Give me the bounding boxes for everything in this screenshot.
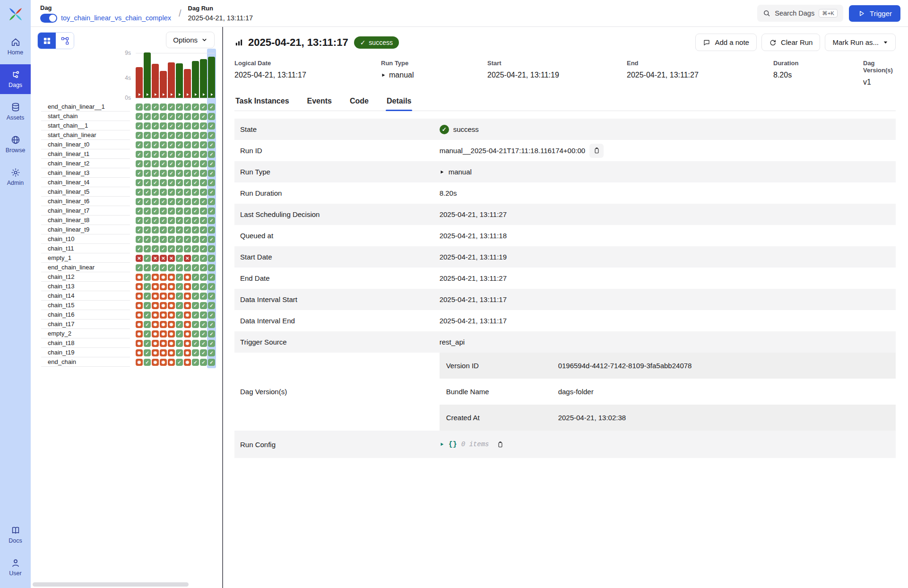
task-instance-upstream[interactable]: ◉ <box>160 311 167 319</box>
task-instance-success[interactable]: ✓ <box>144 283 151 290</box>
task-instance-success[interactable]: ✓ <box>208 132 215 139</box>
task-instance-upstream[interactable]: ◉ <box>184 293 191 300</box>
task-instance-success[interactable]: ✓ <box>192 236 199 243</box>
task-instance-success[interactable]: ✓ <box>144 170 151 177</box>
task-instance-success[interactable]: ✓ <box>176 132 183 139</box>
task-instance-success[interactable]: ✓ <box>200 340 207 347</box>
task-instance-success[interactable]: ✓ <box>160 245 167 252</box>
task-instance-success[interactable]: ✓ <box>144 302 151 309</box>
task-instance-upstream[interactable]: ◉ <box>136 311 143 319</box>
task-instance-success[interactable]: ✓ <box>152 113 159 120</box>
task-name[interactable]: chain_t13 <box>41 282 130 291</box>
task-instance-success[interactable]: ✓ <box>144 198 151 205</box>
run-duration-bar[interactable] <box>200 59 207 98</box>
task-instance-success[interactable]: ✓ <box>176 274 183 281</box>
task-instance-success[interactable]: ✓ <box>152 160 159 167</box>
task-instance-success[interactable]: ✓ <box>192 208 199 215</box>
task-instance-success[interactable]: ✓ <box>176 236 183 243</box>
task-instance-success[interactable]: ✓ <box>192 198 199 205</box>
task-instance-success[interactable]: ✓ <box>176 151 183 158</box>
task-instance-success[interactable]: ✓ <box>176 359 183 366</box>
task-instance-upstream[interactable]: ◉ <box>184 340 191 347</box>
task-instance-success[interactable]: ✓ <box>192 141 199 148</box>
task-instance-success[interactable]: ✓ <box>208 311 215 319</box>
task-instance-success[interactable]: ✓ <box>208 217 215 224</box>
task-instance-success[interactable]: ✓ <box>208 349 215 356</box>
task-instance-success[interactable]: ✓ <box>160 236 167 243</box>
task-instance-success[interactable]: ✓ <box>160 141 167 148</box>
sidebar-item-admin[interactable]: Admin <box>0 162 31 192</box>
task-instance-upstream[interactable]: ◉ <box>152 330 159 337</box>
task-instance-success[interactable]: ✓ <box>168 113 175 120</box>
task-instance-success[interactable]: ✓ <box>184 217 191 224</box>
task-instance-success[interactable]: ✓ <box>168 226 175 233</box>
task-instance-success[interactable]: ✓ <box>152 132 159 139</box>
task-instance-success[interactable]: ✓ <box>176 170 183 177</box>
task-instance-success[interactable]: ✓ <box>200 198 207 205</box>
task-instance-success[interactable]: ✓ <box>200 255 207 262</box>
task-instance-success[interactable]: ✓ <box>176 113 183 120</box>
task-name[interactable]: start_chain_linear <box>41 131 130 140</box>
task-instance-upstream[interactable]: ◉ <box>160 283 167 290</box>
task-instance-upstream[interactable]: ◉ <box>152 302 159 309</box>
grid-view-button[interactable] <box>38 33 56 49</box>
task-instance-success[interactable]: ✓ <box>208 189 215 196</box>
task-instance-success[interactable]: ✓ <box>176 330 183 337</box>
task-instance-success[interactable]: ✓ <box>176 226 183 233</box>
task-instance-success[interactable]: ✓ <box>192 321 199 328</box>
task-instance-success[interactable]: ✓ <box>136 217 143 224</box>
task-instance-success[interactable]: ✓ <box>160 151 167 158</box>
task-instance-success[interactable]: ✓ <box>152 264 159 271</box>
task-instance-success[interactable]: ✓ <box>184 264 191 271</box>
task-instance-success[interactable]: ✓ <box>192 283 199 290</box>
sidebar-item-assets[interactable]: Assets <box>0 97 31 127</box>
task-instance-success[interactable]: ✓ <box>208 274 215 281</box>
task-instance-success[interactable]: ✓ <box>184 160 191 167</box>
task-name[interactable]: chain_linear_t7 <box>41 207 130 216</box>
task-name[interactable]: chain_linear_t8 <box>41 216 130 225</box>
task-instance-upstream[interactable]: ◉ <box>160 330 167 337</box>
task-instance-success[interactable]: ✓ <box>184 113 191 120</box>
task-instance-success[interactable]: ✓ <box>168 170 175 177</box>
graph-view-button[interactable] <box>56 33 74 49</box>
task-instance-upstream[interactable]: ◉ <box>136 359 143 366</box>
task-instance-success[interactable]: ✓ <box>136 189 143 196</box>
task-instance-success[interactable]: ✓ <box>144 160 151 167</box>
task-instance-success[interactable]: ✓ <box>200 245 207 252</box>
task-name[interactable]: chain_linear_t2 <box>41 159 130 168</box>
task-instance-success[interactable]: ✓ <box>168 217 175 224</box>
task-instance-failed[interactable]: ✕ <box>152 255 159 262</box>
task-instance-upstream[interactable]: ◉ <box>152 321 159 328</box>
task-instance-success[interactable]: ✓ <box>152 217 159 224</box>
task-instance-success[interactable]: ✓ <box>160 226 167 233</box>
task-instance-success[interactable]: ✓ <box>144 274 151 281</box>
task-instance-upstream[interactable]: ◉ <box>168 283 175 290</box>
task-instance-success[interactable]: ✓ <box>152 226 159 233</box>
task-instance-success[interactable]: ✓ <box>168 141 175 148</box>
task-instance-upstream[interactable]: ◉ <box>136 274 143 281</box>
task-instance-success[interactable]: ✓ <box>152 208 159 215</box>
task-instance-success[interactable]: ✓ <box>200 330 207 337</box>
task-instance-upstream[interactable]: ◉ <box>184 283 191 290</box>
task-name[interactable]: chain_linear_t6 <box>41 197 130 206</box>
task-instance-success[interactable]: ✓ <box>184 208 191 215</box>
task-instance-success[interactable]: ✓ <box>192 217 199 224</box>
task-instance-success[interactable]: ✓ <box>176 264 183 271</box>
task-instance-success[interactable]: ✓ <box>176 122 183 130</box>
task-instance-upstream[interactable]: ◉ <box>160 340 167 347</box>
task-instance-upstream[interactable]: ◉ <box>168 330 175 337</box>
task-instance-success[interactable]: ✓ <box>168 179 175 186</box>
task-instance-upstream[interactable]: ◉ <box>136 330 143 337</box>
task-instance-success[interactable]: ✓ <box>144 132 151 139</box>
task-instance-success[interactable]: ✓ <box>144 151 151 158</box>
task-instance-success[interactable]: ✓ <box>208 255 215 262</box>
task-instance-upstream[interactable]: ◉ <box>136 293 143 300</box>
task-instance-success[interactable]: ✓ <box>208 160 215 167</box>
task-instance-success[interactable]: ✓ <box>192 311 199 319</box>
task-instance-success[interactable]: ✓ <box>144 321 151 328</box>
task-instance-success[interactable]: ✓ <box>184 236 191 243</box>
task-instance-success[interactable]: ✓ <box>200 208 207 215</box>
task-instance-success[interactable]: ✓ <box>208 122 215 130</box>
task-instance-success[interactable]: ✓ <box>192 330 199 337</box>
task-name[interactable]: chain_t18 <box>41 339 130 348</box>
